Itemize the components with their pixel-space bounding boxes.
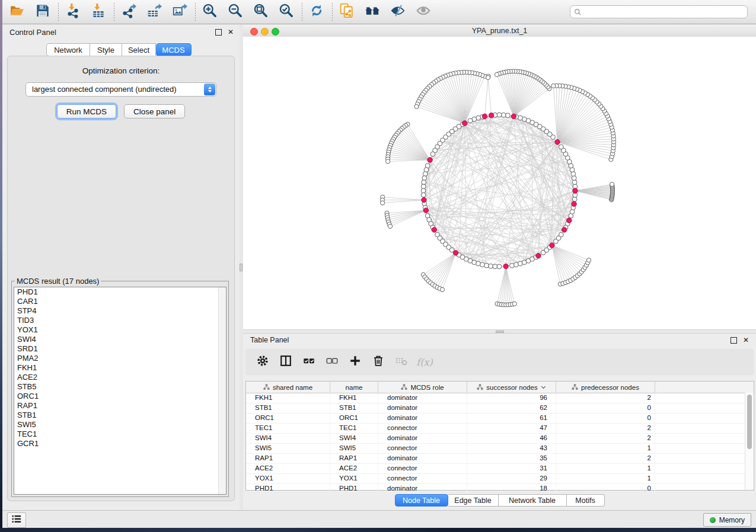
- delete-column-icon[interactable]: [372, 354, 385, 370]
- mcds-result-item[interactable]: SRD1: [14, 344, 226, 354]
- float-table-panel-icon[interactable]: [731, 337, 737, 344]
- network-canvas[interactable]: [243, 37, 756, 329]
- mcds-result-item[interactable]: PHD1: [14, 287, 226, 297]
- table-scrollbar-thumb[interactable]: [747, 395, 752, 449]
- toggle-columns-icon[interactable]: [279, 354, 292, 370]
- toolbar-separator: [114, 3, 114, 21]
- ring-nodes[interactable]: [380, 69, 615, 307]
- show-panels-button[interactable]: [7, 512, 26, 528]
- table-row[interactable]: RAP1RAP1dominator352: [246, 454, 754, 464]
- table-row[interactable]: YOX1YOX1connector291: [246, 474, 754, 484]
- table-row[interactable]: FKH1FKH1dominator962: [246, 393, 754, 403]
- cell: YOX1: [246, 474, 330, 483]
- select-all-columns-icon[interactable]: [302, 354, 315, 370]
- mcds-result-item[interactable]: PMA2: [14, 354, 226, 363]
- hide-selected-icon[interactable]: [390, 3, 406, 21]
- table-row[interactable]: STB1STB1dominator620: [246, 403, 754, 414]
- memory-button[interactable]: Memory: [703, 513, 751, 527]
- search-icon: [574, 8, 582, 18]
- table-panel-title: Table Panel: [250, 336, 731, 344]
- main-toolbar: [2, 0, 756, 24]
- vertical-splitter-handle[interactable]: [240, 264, 243, 271]
- cell: RAP1: [246, 454, 330, 463]
- import-network-icon[interactable]: [65, 3, 81, 21]
- mcds-result-item[interactable]: GCR1: [14, 439, 226, 448]
- sort-indicator-icon: [541, 384, 546, 390]
- mcds-result-item[interactable]: STB1: [14, 411, 226, 420]
- first-neighbors-icon[interactable]: [365, 3, 380, 21]
- mcds-result-item[interactable]: SWI5: [14, 420, 226, 430]
- table-row[interactable]: SWI5SWI5connector431: [246, 444, 754, 454]
- search-input[interactable]: [570, 5, 748, 18]
- mcds-result-item[interactable]: ACE2: [14, 373, 226, 382]
- cell: connector: [378, 424, 467, 433]
- open-session-icon[interactable]: [9, 3, 25, 21]
- close-panel-icon[interactable]: ✕: [228, 28, 234, 36]
- network-view-panel: YPA_prune.txt_1: [243, 25, 756, 329]
- mcds-result-item[interactable]: SWI4: [14, 335, 226, 344]
- mcds-result-item[interactable]: ORC1: [14, 392, 226, 401]
- column-header-name[interactable]: name: [330, 382, 378, 393]
- table-row[interactable]: TEC1TEC1connector472: [246, 424, 754, 434]
- zoom-fit-icon[interactable]: [253, 3, 269, 21]
- status-bar: Memory: [2, 510, 756, 528]
- table-row[interactable]: PHD1PHD1dominator180: [246, 484, 754, 494]
- column-header-shared-name[interactable]: shared name: [246, 382, 330, 393]
- cell: SWI4: [330, 434, 378, 443]
- table-row[interactable]: SWI4SWI4dominator462: [246, 434, 754, 444]
- tab-node-table[interactable]: Node Table: [395, 494, 448, 507]
- table-row[interactable]: ORC1ORC1dominator610: [246, 414, 754, 424]
- column-header-MCDS-role[interactable]: MCDS role: [378, 382, 467, 393]
- tab-select[interactable]: Select: [122, 43, 156, 56]
- tab-network[interactable]: Network: [46, 43, 90, 56]
- mcds-result-item[interactable]: CAR1: [14, 297, 226, 306]
- mcds-result-item[interactable]: TID3: [14, 316, 226, 325]
- cell: TEC1: [246, 424, 330, 433]
- search-box: [570, 5, 748, 18]
- tab-mcds[interactable]: MCDS: [156, 43, 192, 56]
- horizontal-splitter[interactable]: [243, 329, 756, 334]
- tab-style[interactable]: Style: [90, 43, 122, 56]
- column-header-successor-nodes[interactable]: successor nodes: [467, 382, 556, 393]
- float-panel-icon[interactable]: [215, 29, 222, 36]
- export-network-icon[interactable]: [121, 3, 136, 21]
- tab-edge-table[interactable]: Edge Table: [448, 494, 499, 507]
- tab-network-table[interactable]: Network Table: [499, 494, 567, 507]
- zoom-in-icon[interactable]: [202, 3, 218, 21]
- criterion-value: largest connected component (undirected): [32, 85, 177, 94]
- add-column-icon[interactable]: [349, 354, 362, 370]
- export-table-icon[interactable]: [146, 3, 162, 21]
- close-table-panel-icon[interactable]: ✕: [743, 336, 749, 344]
- refresh-icon[interactable]: [309, 3, 324, 21]
- cell: 2: [556, 454, 655, 463]
- close-panel-button[interactable]: Close panel: [124, 104, 185, 118]
- import-table-icon[interactable]: [91, 3, 106, 21]
- list-icon: [11, 514, 22, 527]
- select-stepper-icon[interactable]: [204, 84, 215, 95]
- export-image-icon[interactable]: [172, 3, 187, 21]
- mcds-result-item[interactable]: TEC1: [14, 430, 226, 439]
- table-row[interactable]: ACE2ACE2connector311: [246, 464, 754, 474]
- mcds-result-item[interactable]: STP4: [14, 306, 226, 316]
- mcds-result-item[interactable]: FKH1: [14, 363, 226, 373]
- run-mcds-button[interactable]: Run MCDS: [57, 104, 116, 118]
- memory-status-icon: [710, 517, 716, 523]
- cell: FKH1: [330, 393, 378, 403]
- mcds-result-item[interactable]: STB5: [14, 382, 226, 392]
- tab-motifs[interactable]: Motifs: [567, 494, 605, 507]
- save-session-icon[interactable]: [35, 3, 50, 21]
- deselect-all-columns-icon[interactable]: [326, 354, 339, 370]
- criterion-select[interactable]: largest connected component (undirected): [25, 82, 216, 97]
- new-network-from-selection-icon[interactable]: [339, 3, 355, 21]
- mcds-result-item[interactable]: YOX1: [14, 325, 226, 335]
- cell: STB1: [246, 403, 330, 413]
- column-header-predecessor-nodes[interactable]: predecessor nodes: [556, 382, 655, 393]
- zoom-selected-icon[interactable]: [279, 3, 294, 21]
- mcds-list-scrollbar[interactable]: [218, 287, 226, 494]
- control-panel: Control Panel ✕ NetworkStyleSelectMCDS O…: [4, 25, 240, 502]
- horizontal-splitter-handle[interactable]: [496, 331, 504, 333]
- cell: dominator: [378, 414, 467, 423]
- settings-icon[interactable]: [256, 354, 269, 370]
- zoom-out-icon[interactable]: [228, 3, 243, 21]
- mcds-result-item[interactable]: RAP1: [14, 401, 226, 411]
